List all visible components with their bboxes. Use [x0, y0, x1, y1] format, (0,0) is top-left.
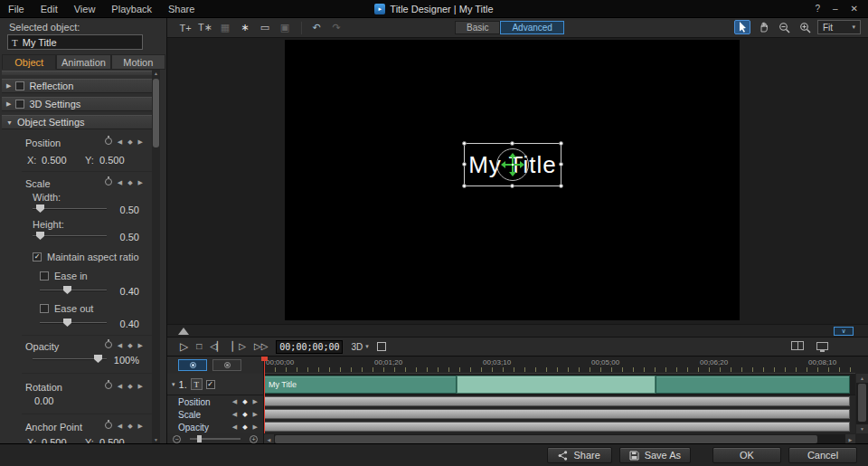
prev-keyframe-icon[interactable]: ◀: [118, 179, 122, 185]
fast-forward-button[interactable]: ▷▷: [254, 342, 268, 351]
keyframe-bar[interactable]: [264, 396, 850, 406]
title-clip-segment-end[interactable]: [656, 376, 850, 394]
timeline-zoom-thumb[interactable]: [197, 435, 202, 442]
reflection-checkbox[interactable]: [15, 81, 24, 90]
zoom-fit-dropdown[interactable]: Fit ▾: [817, 20, 861, 34]
prev-keyframe-icon[interactable]: ◀: [232, 398, 237, 404]
opacity-keyframe-lane[interactable]: [264, 421, 855, 433]
previous-frame-button[interactable]: ◁▏: [210, 342, 223, 351]
timeline-ruler[interactable]: 00;00;00 00;01;20 00;03;10 00;05;00 00;0…: [264, 357, 855, 374]
add-keyframe-icon[interactable]: ◆: [127, 383, 132, 389]
track-lane[interactable]: My Title: [264, 374, 855, 395]
basic-mode-button[interactable]: Basic: [455, 21, 500, 34]
timecode-display[interactable]: 00;00;00;00: [276, 340, 343, 354]
position-track-header[interactable]: Position ◀ ◆ ▶: [167, 395, 264, 408]
rotation-value[interactable]: 0.00: [34, 395, 53, 406]
scale-keyframe-lane[interactable]: [264, 408, 855, 421]
section-3d-settings[interactable]: ▶ 3D Settings: [2, 97, 152, 111]
prev-keyframe-icon[interactable]: ◀: [118, 423, 122, 429]
stopwatch-icon[interactable]: [105, 138, 112, 145]
tab-motion[interactable]: Motion: [111, 54, 165, 70]
preview-stage[interactable]: My Title: [285, 40, 740, 320]
add-keyframe-icon[interactable]: ◆: [242, 423, 247, 430]
next-keyframe-icon[interactable]: ▶: [138, 423, 143, 429]
zoom-out-timeline-icon[interactable]: −: [173, 435, 181, 443]
insert-image-icon[interactable]: ▦: [216, 21, 234, 35]
scale-width-value[interactable]: 0.50: [107, 204, 139, 215]
section-object-settings[interactable]: ▼ Object Settings: [2, 115, 152, 129]
title-clip-segment-start[interactable]: My Title: [264, 376, 457, 394]
ease-in-slider[interactable]: [40, 286, 107, 295]
object-name-field[interactable]: T My Title: [7, 34, 143, 50]
add-keyframe-icon[interactable]: ◆: [242, 398, 247, 404]
collapse-timeline-button[interactable]: ∨: [834, 327, 854, 336]
scale-height-value[interactable]: 0.50: [107, 232, 139, 243]
track-visibility-checkbox[interactable]: ✓: [206, 380, 215, 389]
ease-out-value[interactable]: 0.40: [107, 319, 139, 329]
ease-out-slider[interactable]: [40, 319, 107, 328]
stop-button[interactable]: □: [196, 342, 202, 351]
close-button[interactable]: ✕: [846, 0, 863, 18]
vertical-scrollbar-thumb[interactable]: [858, 384, 866, 422]
insert-title-icon[interactable]: T+: [176, 21, 194, 35]
prev-keyframe-icon[interactable]: ◀: [232, 411, 237, 417]
scroll-down-icon[interactable]: ▼: [856, 424, 868, 433]
add-keyframe-icon[interactable]: ◆: [127, 423, 132, 429]
scale-width-slider[interactable]: [33, 204, 107, 214]
resize-handle[interactable]: [462, 141, 467, 146]
ease-in-value[interactable]: 0.40: [107, 286, 139, 297]
zoom-in-timeline-icon[interactable]: +: [250, 435, 258, 443]
undo-icon[interactable]: ↶: [307, 21, 326, 35]
stopwatch-icon[interactable]: [105, 382, 112, 389]
resize-handle[interactable]: [510, 184, 514, 188]
scroll-up-icon[interactable]: ▲: [152, 71, 160, 76]
stopwatch-icon[interactable]: [105, 341, 112, 348]
panel-scrollbar-thumb[interactable]: [153, 79, 159, 147]
section-reflection[interactable]: ▶ Reflection: [2, 79, 152, 93]
next-keyframe-icon[interactable]: ▶: [138, 383, 143, 389]
timeline-vertical-scrollbar[interactable]: ▲ ▼: [856, 374, 868, 433]
horizontal-scrollbar-thumb[interactable]: [275, 435, 817, 443]
add-keyframe-icon[interactable]: ◆: [242, 411, 247, 417]
share-button[interactable]: Share: [547, 447, 612, 463]
next-keyframe-icon[interactable]: ▶: [253, 423, 258, 430]
menu-playback[interactable]: Playback: [103, 0, 160, 18]
opacity-track-header[interactable]: Opacity ◀ ◆ ▶: [167, 421, 264, 433]
keyframe-view-button[interactable]: [178, 359, 207, 371]
add-keyframe-icon[interactable]: ◆: [127, 138, 132, 145]
section-clipped[interactable]: [2, 71, 152, 75]
prev-keyframe-icon[interactable]: ◀: [118, 342, 122, 348]
seek-marker[interactable]: [178, 328, 189, 335]
menu-share[interactable]: Share: [160, 0, 203, 18]
select-tool-button[interactable]: [734, 20, 750, 34]
preview-seek-strip[interactable]: ∨: [167, 324, 868, 337]
next-keyframe-icon[interactable]: ▶: [253, 411, 258, 417]
prev-keyframe-icon[interactable]: ◀: [118, 138, 122, 145]
track-header[interactable]: ▾ 1. T ✓: [167, 374, 264, 395]
monitor-view-icon[interactable]: [816, 342, 828, 350]
tab-object[interactable]: Object: [2, 54, 56, 70]
redo-icon[interactable]: ↷: [327, 21, 345, 35]
scale-height-slider[interactable]: [33, 232, 107, 241]
prev-keyframe-icon[interactable]: ◀: [118, 383, 122, 389]
zoom-in-button[interactable]: [797, 20, 813, 34]
add-keyframe-icon[interactable]: ◆: [127, 342, 132, 348]
play-button[interactable]: ▷: [180, 341, 188, 352]
3d-mode-dropdown[interactable]: 3D ▾: [351, 342, 368, 352]
resize-handle[interactable]: [559, 184, 563, 188]
stopwatch-icon[interactable]: [105, 178, 112, 185]
save-as-button[interactable]: Save As: [619, 447, 691, 463]
position-keyframe-lane[interactable]: [264, 395, 855, 408]
dual-view-icon[interactable]: [791, 341, 804, 350]
scroll-up-icon[interactable]: ▲: [856, 374, 868, 383]
move-gizmo-icon[interactable]: [503, 155, 523, 175]
timeline-zoom-slider[interactable]: [190, 438, 241, 440]
fullscreen-icon[interactable]: [377, 342, 386, 351]
scale-track-header[interactable]: Scale ◀ ◆ ▶: [167, 408, 264, 421]
ok-button[interactable]: OK: [712, 447, 781, 463]
simple-view-button[interactable]: [212, 359, 241, 371]
anchor-y-value[interactable]: 0.500: [99, 437, 125, 443]
title-clip-segment-middle[interactable]: [457, 376, 656, 394]
cancel-button[interactable]: Cancel: [788, 447, 857, 463]
maintain-aspect-checkbox[interactable]: ✓: [33, 252, 42, 262]
